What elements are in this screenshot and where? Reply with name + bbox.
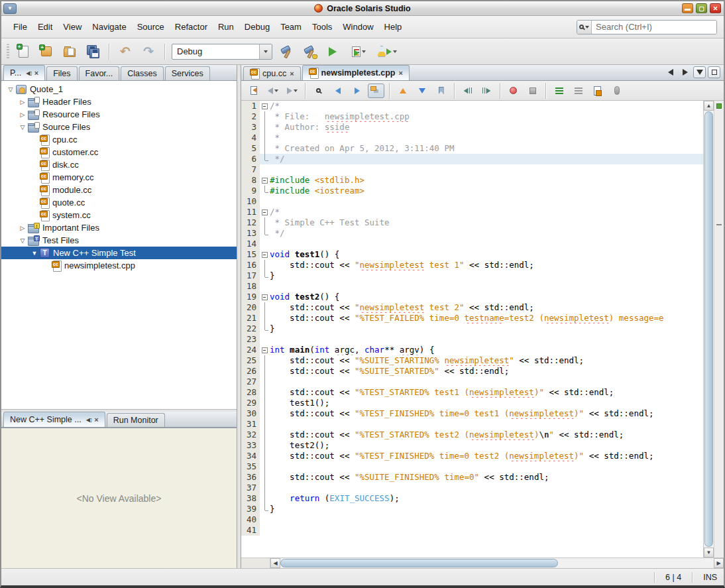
toolbar-grip[interactable] bbox=[7, 44, 9, 60]
code-line-36[interactable]: 36 std::cout << "%SUITE_FINISHED% time=0… bbox=[241, 472, 703, 483]
menu-team[interactable]: Team bbox=[275, 19, 307, 34]
code-line-29[interactable]: 29 test1(); bbox=[241, 398, 703, 408]
minimize-button[interactable]: ▬ bbox=[682, 3, 693, 13]
back-button[interactable] bbox=[264, 84, 281, 98]
next-bookmark-button[interactable] bbox=[414, 84, 430, 98]
code-editor[interactable]: 1/*2 * File: newsimpletest.cpp3 * Author… bbox=[241, 101, 703, 558]
scroll-tabs-left-button[interactable] bbox=[664, 66, 677, 78]
code-line-5[interactable]: 5 * Created on Apr 5, 2012, 3:11:40 PM bbox=[241, 143, 703, 154]
code-line-34[interactable]: 34 std::cout << "%TEST_FINISHED% time=0 … bbox=[241, 451, 703, 461]
tree-item-source-files[interactable]: ▽Source Files bbox=[1, 121, 237, 133]
tree-item-new-c-simple-test[interactable]: ▼TNew C++ Simple Test bbox=[1, 247, 237, 259]
code-line-35[interactable]: 35 bbox=[241, 461, 703, 472]
tab-favor[interactable]: Favor... bbox=[79, 66, 120, 80]
configuration-select[interactable]: Debug bbox=[172, 44, 272, 60]
code-line-30[interactable]: 30 std::cout << "%TEST_FINISHED% time=0 … bbox=[241, 408, 703, 419]
undo-button[interactable]: ↶ bbox=[116, 42, 135, 61]
menu-file[interactable]: File bbox=[8, 19, 32, 34]
code-line-32[interactable]: 32 std::cout << "%TEST_STARTED% test2 (n… bbox=[241, 430, 703, 440]
minimize-panel-icon[interactable]: ◀▯ bbox=[26, 70, 32, 76]
shift-left-button[interactable] bbox=[459, 84, 476, 98]
close-panel-icon[interactable]: × bbox=[34, 69, 38, 77]
scroll-up-button[interactable]: ▲ bbox=[704, 101, 714, 111]
new-file-button[interactable]: + bbox=[14, 42, 32, 61]
code-line-2[interactable]: 2 * File: newsimpletest.cpp bbox=[241, 111, 703, 122]
code-line-33[interactable]: 33 test2(); bbox=[241, 440, 703, 451]
tab-list-button[interactable] bbox=[693, 66, 706, 78]
close-tab-icon[interactable]: × bbox=[398, 69, 402, 77]
search-input[interactable] bbox=[592, 21, 716, 34]
menu-navigate[interactable]: Navigate bbox=[87, 19, 131, 34]
code-line-12[interactable]: 12 * Simple C++ Test Suite bbox=[241, 217, 703, 228]
toggle-highlight-search-button[interactable] bbox=[368, 84, 384, 98]
code-line-9[interactable]: 9#include <iostream> bbox=[241, 186, 703, 196]
menu-view[interactable]: View bbox=[58, 19, 87, 34]
fold-margin[interactable] bbox=[260, 345, 270, 355]
expander-icon[interactable]: ▼ bbox=[29, 250, 40, 257]
code-line-14[interactable]: 14 bbox=[241, 239, 703, 249]
code-line-4[interactable]: 4 * bbox=[241, 133, 703, 143]
redo-button[interactable]: ↷ bbox=[139, 42, 158, 61]
find-previous-button[interactable] bbox=[329, 84, 346, 98]
code-line-38[interactable]: 38 return (EXIT_SUCCESS); bbox=[241, 493, 703, 504]
tree-item-customer-cc[interactable]: customer.cc bbox=[1, 146, 237, 158]
code-line-21[interactable]: 21 std::cout << "%TEST_FAILED% time=0 te… bbox=[241, 313, 703, 323]
editor-tab-newsimpletest-cpp[interactable]: newsimpletest.cpp× bbox=[302, 65, 410, 80]
go-to-header-source-button[interactable] bbox=[589, 84, 606, 98]
previous-bookmark-button[interactable] bbox=[394, 84, 411, 98]
horizontal-scrollbar[interactable]: ◀ ▶ bbox=[241, 558, 724, 568]
expander-icon[interactable]: ▽ bbox=[17, 124, 28, 131]
clean-build-button[interactable] bbox=[300, 42, 319, 61]
scroll-tabs-right-button[interactable] bbox=[679, 66, 691, 78]
code-line-8[interactable]: 8#include <stdlib.h> bbox=[241, 175, 703, 186]
close-panel-icon[interactable]: × bbox=[94, 416, 98, 424]
toggle-bookmark-button[interactable] bbox=[433, 84, 449, 98]
open-project-button[interactable] bbox=[60, 42, 79, 61]
code-line-18[interactable]: 18 bbox=[241, 281, 703, 292]
stop-macro-recording-button[interactable] bbox=[524, 84, 541, 98]
scroll-down-button[interactable]: ▼ bbox=[704, 548, 714, 558]
comment-button[interactable] bbox=[551, 84, 567, 98]
code-line-39[interactable]: 39} bbox=[241, 504, 703, 514]
code-line-22[interactable]: 22} bbox=[241, 323, 703, 334]
code-line-13[interactable]: 13 */ bbox=[241, 228, 703, 239]
tree-item-resource-files[interactable]: ▷Resource Files bbox=[1, 108, 237, 121]
fold-margin[interactable] bbox=[260, 175, 270, 186]
fold-margin[interactable] bbox=[260, 249, 270, 260]
vertical-scroll-thumb[interactable] bbox=[704, 111, 713, 547]
new-project-button[interactable]: + bbox=[37, 42, 56, 61]
code-line-24[interactable]: 24int main(int argc, char** argv) { bbox=[241, 345, 703, 355]
scroll-left-button[interactable]: ◀ bbox=[270, 558, 280, 568]
search-box[interactable] bbox=[577, 20, 717, 34]
tab-run-monitor[interactable]: Run Monitor bbox=[107, 413, 165, 427]
uncomment-button[interactable] bbox=[570, 84, 586, 98]
code-line-25[interactable]: 25 std::cout << "%SUITE_STARTING% newsim… bbox=[241, 355, 703, 366]
search-provider-button[interactable] bbox=[577, 21, 592, 34]
run-button[interactable] bbox=[323, 42, 342, 61]
tree-item-newsimpletest-cpp[interactable]: newsimpletest.cpp bbox=[1, 259, 237, 272]
code-line-16[interactable]: 16 std::cout << "newsimpletest test 1" <… bbox=[241, 260, 703, 270]
tab-new-c-simple[interactable]: New C++ Simple ...◀▯× bbox=[3, 412, 105, 427]
maximize-editor-button[interactable] bbox=[708, 66, 720, 78]
scroll-right-button[interactable]: ▶ bbox=[714, 558, 724, 568]
tab-p[interactable]: P...◀▯× bbox=[3, 65, 45, 80]
error-stripe[interactable] bbox=[714, 101, 724, 558]
menu-help[interactable]: Help bbox=[379, 19, 408, 34]
code-line-15[interactable]: 15void test1() { bbox=[241, 249, 703, 260]
code-line-19[interactable]: 19void test2() { bbox=[241, 292, 703, 302]
close-tab-icon[interactable]: × bbox=[290, 70, 294, 78]
tree-item-header-files[interactable]: ▷Header Files bbox=[1, 95, 237, 108]
code-line-23[interactable]: 23 bbox=[241, 334, 703, 345]
profile-button[interactable] bbox=[375, 42, 399, 61]
code-line-26[interactable]: 26 std::cout << "%SUITE_STARTED%" << std… bbox=[241, 366, 703, 377]
tree-item-quote-cc[interactable]: quote.cc bbox=[1, 196, 237, 209]
code-line-31[interactable]: 31 bbox=[241, 419, 703, 430]
horizontal-scroll-thumb[interactable] bbox=[280, 559, 558, 567]
code-line-6[interactable]: 6 */ bbox=[241, 154, 703, 164]
tree-item-memory-cc[interactable]: memory.cc bbox=[1, 171, 237, 184]
code-line-37[interactable]: 37 bbox=[241, 483, 703, 493]
menu-debug[interactable]: Debug bbox=[239, 19, 275, 34]
forward-button[interactable] bbox=[284, 84, 300, 98]
find-button[interactable] bbox=[310, 84, 327, 98]
tree-item-quote-1[interactable]: ▽Quote_1 bbox=[1, 83, 237, 95]
